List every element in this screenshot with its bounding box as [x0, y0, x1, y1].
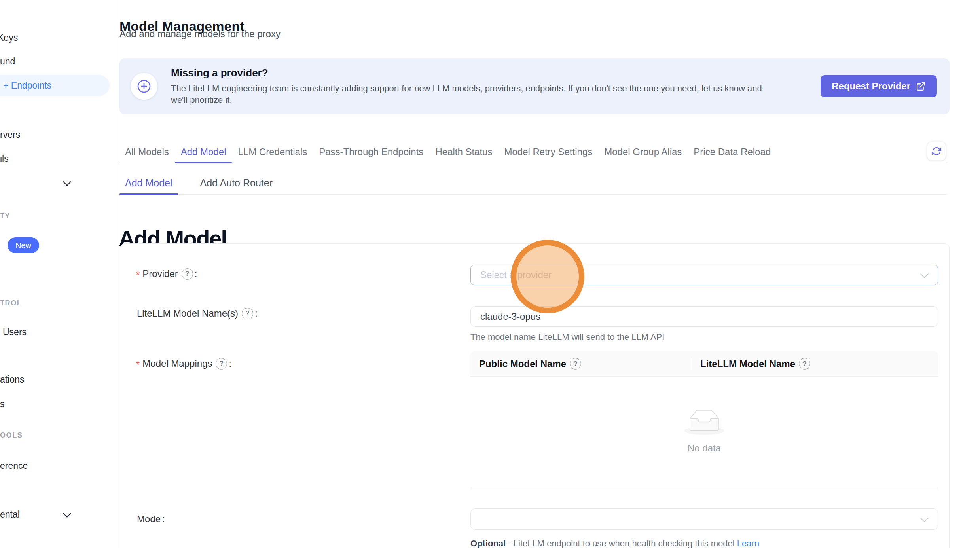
no-data-text: No data: [470, 443, 938, 454]
banner-title: Missing a provider?: [171, 67, 268, 79]
help-icon[interactable]: ?: [216, 358, 227, 370]
tab-pass-through-endpoints[interactable]: Pass-Through Endpoints: [319, 141, 423, 163]
new-badge-label: New: [15, 241, 31, 250]
sidebar-item-endpoints-label: + Endpoints: [3, 80, 51, 91]
column-divider: [692, 357, 692, 371]
mode-label: Mode :: [137, 513, 165, 525]
help-icon[interactable]: ?: [570, 358, 581, 370]
sidebar-item-keys[interactable]: Keys: [0, 32, 18, 44]
plus-circle-icon: [137, 79, 151, 93]
subtab-add-auto-router[interactable]: Add Auto Router: [195, 172, 278, 194]
request-provider-button[interactable]: Request Provider: [821, 75, 937, 97]
required-marker: *: [136, 269, 140, 281]
sidebar-section-label-trol: TROL: [0, 299, 22, 307]
banner-body-line2: we'll prioritize it.: [171, 94, 762, 106]
empty-inbox-icon: [684, 410, 724, 436]
banner-body: The LiteLLM engineering team is constant…: [171, 83, 762, 106]
subtab-bar: Add Model Add Auto Router: [119, 172, 947, 195]
tab-add-model[interactable]: Add Model: [181, 141, 226, 163]
tab-all-models[interactable]: All Models: [125, 141, 169, 163]
chevron-down-icon: [920, 514, 929, 522]
help-icon[interactable]: ?: [242, 308, 253, 319]
model-name-input[interactable]: claude-3-opus: [470, 306, 938, 327]
main-content: Model Management Add and manage models f…: [119, 0, 980, 548]
help-icon[interactable]: ?: [799, 358, 810, 370]
chevron-down-icon[interactable]: [63, 509, 71, 518]
public-model-name-column-header: Public Model Name ?: [470, 351, 692, 376]
empty-state: No data: [470, 410, 938, 454]
tab-model-retry-settings[interactable]: Model Retry Settings: [504, 141, 592, 163]
chevron-down-icon: [920, 270, 929, 278]
mode-helper-text: - LiteLLM endpoint to use when health ch…: [506, 539, 737, 548]
plus-circle-badge: [131, 73, 157, 100]
model-name-label-text: LiteLLM Model Name(s): [137, 307, 238, 319]
model-mappings-label: * Model Mappings ? :: [136, 358, 231, 370]
tab-llm-credentials[interactable]: LLM Credentials: [238, 141, 307, 163]
mode-label-text: Mode: [137, 513, 161, 525]
tab-model-group-alias[interactable]: Model Group Alias: [604, 141, 682, 163]
public-model-name-header-text: Public Model Name: [479, 358, 566, 370]
help-icon[interactable]: ?: [182, 268, 193, 280]
sidebar-item-experimental[interactable]: ental: [0, 508, 20, 520]
label-colon: :: [229, 358, 231, 370]
sidebar-item-organizations[interactable]: ations: [0, 374, 24, 385]
sidebar-item-playground[interactable]: und: [0, 55, 15, 67]
provider-label-text: Provider: [142, 268, 178, 280]
model-name-label: LiteLLM Model Name(s) ? :: [137, 307, 258, 319]
sidebar-item-s[interactable]: s: [0, 398, 5, 410]
subtab-add-model[interactable]: Add Model: [119, 172, 178, 194]
mode-helper-optional: Optional: [470, 539, 506, 548]
model-mappings-label-text: Model Mappings: [142, 358, 212, 370]
mappings-table-empty-body: No data: [470, 377, 938, 488]
sidebar-section-label-ty: TY: [0, 212, 10, 220]
sidebar-item-ils[interactable]: ils: [0, 153, 9, 165]
litellm-model-name-column-header: LiteLLM Model Name ?: [692, 351, 810, 376]
provider-label: * Provider ? :: [136, 268, 197, 280]
sidebar-item-erence[interactable]: erence: [0, 460, 28, 472]
label-colon: :: [162, 513, 165, 525]
refresh-icon: [932, 146, 941, 156]
sidebar-item-servers[interactable]: rvers: [0, 129, 20, 140]
provider-select-placeholder: Select a provider: [480, 269, 552, 281]
tab-health-status[interactable]: Health Status: [435, 141, 492, 163]
model-mappings-table: Public Model Name ? LiteLLM Model Name ?: [470, 351, 938, 488]
sidebar-item-endpoints-active[interactable]: + Endpoints: [0, 75, 110, 96]
mode-helper: Optional - LiteLLM endpoint to use when …: [470, 539, 759, 548]
sidebar-section-label-ools: OOLS: [0, 431, 23, 440]
label-colon: :: [255, 307, 258, 319]
label-colon: :: [195, 268, 197, 280]
new-badge[interactable]: New: [8, 237, 39, 253]
sidebar: Keys und + Endpoints rvers ils TY New TR…: [0, 0, 119, 548]
model-name-helper: The model name LiteLLM will send to the …: [470, 332, 664, 342]
chevron-down-icon[interactable]: [63, 178, 71, 186]
learn-link[interactable]: Learn: [737, 539, 759, 548]
missing-provider-banner: Missing a provider? The LiteLLM engineer…: [119, 58, 950, 114]
provider-select[interactable]: Select a provider: [470, 265, 938, 285]
sidebar-item-users[interactable]: Users: [3, 326, 27, 338]
banner-body-line1: The LiteLLM engineering team is constant…: [171, 83, 762, 94]
refresh-button[interactable]: [927, 142, 946, 161]
tab-bar: All Models Add Model LLM Credentials Pas…: [119, 141, 947, 163]
litellm-model-name-header-text: LiteLLM Model Name: [700, 358, 795, 370]
external-link-icon: [916, 82, 926, 91]
mappings-table-header: Public Model Name ? LiteLLM Model Name ?: [470, 351, 938, 377]
tab-price-data-reload[interactable]: Price Data Reload: [694, 141, 771, 163]
add-model-form-card: * Provider ? : Select a provider LiteLLM…: [120, 243, 950, 548]
required-marker: *: [136, 359, 140, 371]
request-provider-label: Request Provider: [832, 81, 910, 92]
mode-select[interactable]: [470, 508, 938, 530]
page-subtitle: Add and manage models for the proxy: [119, 28, 281, 40]
model-name-value: claude-3-opus: [480, 311, 540, 322]
